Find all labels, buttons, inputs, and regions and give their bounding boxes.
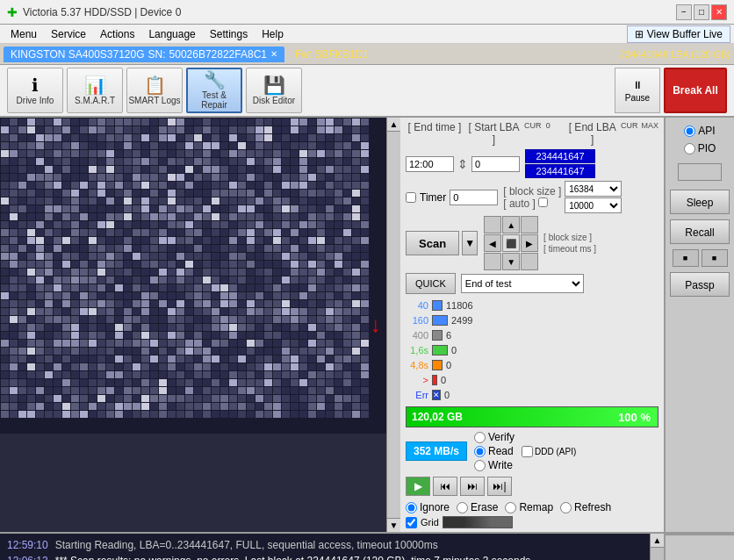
drive-tab-close[interactable]: ✕ [270, 49, 277, 59]
write-radio[interactable] [474, 460, 486, 471]
end-of-test-select[interactable]: End of test [461, 274, 584, 293]
verify-radio[interactable] [474, 432, 486, 443]
end-time-input[interactable] [406, 156, 454, 172]
stat-count: 0 [446, 360, 451, 370]
prev-button[interactable]: ⏮ [433, 477, 457, 496]
stat-row: Err✕0 [406, 388, 658, 402]
ddd-check-row: DDD (API) [522, 446, 576, 457]
end-lba-display2: 234441647 [525, 164, 595, 178]
speed-text: 352 MB/s [414, 445, 459, 457]
disk-editor-icon: 💾 [263, 76, 285, 94]
smart-label: S.M.A.R.T [75, 96, 115, 105]
drive-info-label: Drive Info [17, 96, 54, 105]
grid-scroll-up[interactable]: ▲ [387, 118, 400, 132]
dir-right[interactable]: ▶ [521, 234, 538, 252]
drive-tab[interactable]: KINGSTON SA400S37120G SN: 50026B72822FA8… [4, 47, 284, 62]
view-buffer-button[interactable]: ⊞ View Buffer Live [627, 25, 730, 43]
stats-panel: 4011806160249940061,6s04,8s0>0Err✕0 [406, 298, 658, 402]
scan-dropdown-button[interactable]: ▼ [462, 231, 478, 255]
stat-count: 0 [444, 390, 450, 400]
dir-left[interactable]: ◀ [484, 234, 501, 252]
recall-button[interactable]: Recall [670, 219, 730, 244]
last-button[interactable]: ⏭| [487, 477, 512, 496]
stat-row: 4,8s0 [406, 358, 658, 372]
maximize-button[interactable]: □ [694, 4, 709, 20]
quick-button[interactable]: QUICK [406, 273, 456, 294]
menu-service[interactable]: Service [44, 26, 93, 42]
grid-checkbox[interactable] [406, 517, 417, 528]
dir-down[interactable]: ▼ [502, 253, 520, 270]
refresh-radio[interactable] [560, 502, 572, 513]
menu-actions[interactable]: Actions [93, 26, 141, 42]
log-timestamp: 12:59:10 [7, 537, 48, 553]
pio-radio[interactable] [684, 143, 695, 154]
menu-help[interactable]: Help [255, 26, 291, 42]
pause-label: Pause [625, 93, 650, 103]
ddd-label: DDD (API) [535, 447, 576, 456]
menu-settings[interactable]: Settings [203, 26, 255, 42]
auto-checkbox[interactable] [538, 197, 548, 207]
scan-button[interactable]: Scan [406, 231, 459, 255]
stat-bar [432, 345, 448, 355]
erase-radio[interactable] [457, 502, 468, 513]
minimize-button[interactable]: − [676, 4, 692, 20]
dir-up[interactable]: ▲ [502, 216, 520, 233]
sleep-button[interactable]: Sleep [670, 190, 730, 214]
dir-down-right[interactable] [521, 253, 538, 270]
smart-button[interactable]: 📊 S.M.A.R.T [67, 68, 123, 113]
smart-logs-button[interactable]: 📋 SMART Logs [126, 68, 183, 113]
read-radio[interactable] [474, 446, 486, 457]
pause-button[interactable]: ⏸ Pause [615, 68, 660, 113]
zero-placeholder: 0 [546, 121, 565, 146]
next-frame-button[interactable]: ⏭ [460, 477, 485, 496]
disk-editor-button[interactable]: 💾 Disk Editor [246, 68, 302, 113]
menu-bar: Menu Service Actions Language Settings H… [0, 25, 734, 44]
grid-label: Grid [421, 517, 439, 528]
right-panel: [ End time ] [ Start LBA ] CUR 0 [ End L… [400, 118, 664, 532]
api-radio[interactable] [684, 126, 695, 137]
ignore-radio[interactable] [406, 502, 417, 513]
cur-header2: CUR [621, 121, 638, 146]
time-spinner[interactable]: ⇕ [457, 157, 468, 171]
remap-radio[interactable] [505, 502, 516, 513]
menu-language[interactable]: Language [141, 26, 202, 42]
ddd-checkbox[interactable] [522, 446, 533, 457]
grid-indicator [443, 516, 513, 528]
dir-up-left[interactable] [484, 216, 501, 233]
timer-label: Timer [420, 191, 446, 204]
log-timestamp: 13:06:13 [7, 553, 48, 560]
ignore-label: Ignore [420, 501, 450, 513]
timer-input[interactable] [450, 190, 498, 205]
block-size-select[interactable]: 16384 [565, 181, 622, 197]
stat-bar [432, 315, 448, 326]
dir-up-right[interactable] [521, 216, 538, 233]
mini-btn-1[interactable]: ■ [673, 249, 699, 267]
api-label: API [698, 125, 715, 137]
close-button[interactable]: ✕ [711, 4, 727, 20]
scan-section: ↓ ▲ ▼ [0, 118, 400, 532]
stat-bar: ✕ [432, 390, 441, 400]
log-scroll-up[interactable]: ▲ [651, 534, 664, 548]
start-lba-input[interactable] [471, 156, 520, 172]
play-button[interactable]: ▶ [406, 477, 430, 496]
api-radio-row: API [684, 125, 715, 137]
timer-checkbox[interactable] [406, 192, 416, 203]
end-lba-header: [ End LBA ] [567, 121, 616, 146]
dir-center[interactable]: ⬛ [502, 234, 520, 252]
block-select-group: 16384 10000 [565, 181, 622, 213]
grid-row: Grid [406, 516, 658, 528]
start-lba-header: [ Start LBA ] [467, 121, 521, 146]
far-right-panel: API PIO Sleep Recall ■ ■ Passp [664, 118, 734, 532]
grid-scroll-down[interactable]: ▼ [387, 518, 400, 532]
drive-info-button[interactable]: ℹ Drive Info [7, 68, 63, 113]
stat-bar [432, 330, 443, 341]
erase-label: Erase [471, 501, 498, 513]
test-repair-button[interactable]: 🔧 Test & Repair [186, 68, 242, 113]
break-all-button[interactable]: Break All [664, 68, 727, 113]
menu-menu[interactable]: Menu [4, 26, 44, 42]
dir-down-left[interactable] [484, 253, 501, 270]
timeout-select[interactable]: 10000 [565, 197, 622, 213]
passp-button[interactable]: Passp [670, 272, 730, 297]
mini-btn-2[interactable]: ■ [702, 249, 728, 267]
log-scrollbar: ▲ ▼ [650, 534, 664, 560]
